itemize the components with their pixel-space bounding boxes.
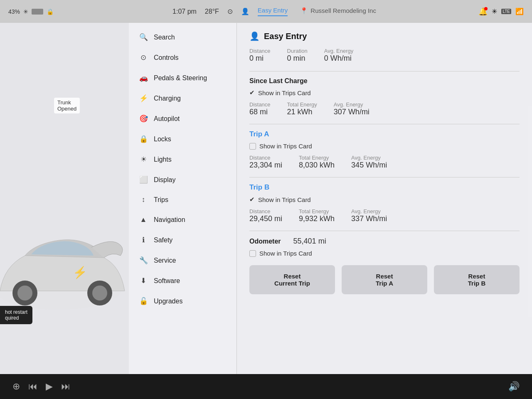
slc-energy-label: Total Energy	[287, 101, 317, 108]
tb-energy-value: 9,932 kWh	[299, 214, 335, 223]
reset-trip-b-label: ResetTrip B	[468, 273, 486, 287]
nav-item-pedals[interactable]: 🚗 Pedals & Steering	[129, 68, 236, 88]
nav-item-upgrades[interactable]: 🔓 Upgrades	[129, 291, 236, 311]
odometer-show-row[interactable]: Show in Trips Card	[249, 250, 520, 257]
current-energy-value: 0 Wh/mi	[324, 54, 354, 63]
tab-easy-entry[interactable]: Easy Entry	[258, 7, 288, 16]
tb-distance-value: 29,450 mi	[249, 214, 282, 223]
svg-point-2	[17, 286, 32, 300]
skip-forward-icon[interactable]: ⏭	[61, 381, 70, 392]
odometer-checkbox[interactable]	[249, 250, 256, 257]
lock-icon: 🔒	[47, 8, 54, 15]
volume-icon[interactable]: 🔊	[508, 381, 520, 392]
nav-item-search[interactable]: 🔍 Search	[129, 27, 236, 47]
add-icon[interactable]: ⊕	[12, 381, 20, 392]
current-distance-value: 0 mi	[249, 54, 271, 63]
nav-item-autopilot[interactable]: 🎯 Autopilot	[129, 108, 236, 129]
trip-b-checkmark: ✔	[249, 196, 255, 203]
trip-a-checkbox[interactable]	[249, 143, 256, 150]
since-last-charge-show-row[interactable]: ✔ Show in Trips Card	[249, 89, 520, 96]
signal-icon: 📶	[515, 7, 524, 15]
tab-easy-entry-label: Easy Entry	[258, 7, 288, 14]
skip-back-icon[interactable]: ⏮	[28, 381, 37, 392]
ta-avg-value: 345 Wh/mi	[351, 161, 387, 170]
nav-label-lights: Lights	[154, 156, 172, 163]
hot-restart-badge: hot restart quired	[0, 306, 32, 324]
since-last-charge-stats: Distance 68 mi Total Energy 21 kWh Avg. …	[249, 101, 520, 116]
nav-item-controls[interactable]: ⊙ Controls	[129, 47, 236, 68]
notification-icon[interactable]: 🔔	[478, 7, 488, 16]
nav-item-display[interactable]: ⬜ Display	[129, 170, 236, 190]
content-header: 👤 Easy Entry	[249, 31, 520, 41]
nav-item-lights[interactable]: ☀ Lights	[129, 149, 236, 170]
gps-icon: ⊙	[227, 7, 233, 15]
search-icon: 🔍	[139, 33, 148, 42]
play-icon[interactable]: ▶	[46, 381, 53, 392]
nav-label-upgrades: Upgrades	[154, 298, 182, 305]
slc-avg-col: Avg. Energy 307 Wh/mi	[334, 101, 369, 116]
slc-avg-value: 307 Wh/mi	[334, 108, 369, 116]
ta-avg-col: Avg. Energy 345 Wh/mi	[351, 155, 387, 170]
reset-buttons: ResetCurrent Trip ResetTrip A ResetTrip …	[249, 265, 520, 294]
map-icon: 📍	[300, 7, 308, 15]
status-right: 🔔 ✳ LTE 📶	[449, 7, 524, 16]
profile-icon: 👤	[241, 7, 249, 15]
temperature-display: 28°F	[205, 8, 219, 15]
ta-distance-label: Distance	[249, 155, 282, 161]
divider-4	[249, 231, 520, 231]
trip-b-heading[interactable]: Trip B	[249, 183, 520, 192]
bluetooth-icon: ✳	[23, 8, 28, 15]
nav-label-pedals: Pedals & Steering	[154, 74, 207, 82]
content-area: 👤 Easy Entry Distance 0 mi Duration 0 mi…	[237, 23, 532, 374]
trip-a-show-row[interactable]: Show in Trips Card	[249, 143, 520, 150]
reset-current-trip-button[interactable]: ResetCurrent Trip	[249, 265, 335, 294]
controls-icon: ⊙	[139, 53, 148, 62]
slc-energy-value: 21 kWh	[287, 108, 317, 116]
ta-energy-label: Total Energy	[299, 155, 335, 161]
nav-item-software[interactable]: ⬇ Software	[129, 271, 236, 291]
reset-current-trip-label: ResetCurrent Trip	[274, 273, 310, 287]
reset-trip-b-button[interactable]: ResetTrip B	[434, 265, 520, 294]
since-last-charge-show-label: Show in Trips Card	[258, 89, 311, 96]
odometer-value: 55,401 mi	[293, 237, 326, 246]
safety-icon: ℹ	[139, 236, 148, 244]
reset-trip-a-button[interactable]: ResetTrip A	[342, 265, 427, 294]
nav-item-navigation[interactable]: ▲ Navigation	[129, 210, 236, 230]
tb-energy-col: Total Energy 9,932 kWh	[299, 208, 335, 223]
ta-distance-value: 23,304 mi	[249, 161, 282, 170]
software-icon: ⬇	[139, 276, 148, 285]
car-area: ⚡ Trunk Opened hot restart quired	[0, 23, 129, 374]
nav-item-locks[interactable]: 🔒 Locks	[129, 129, 236, 149]
tab-russell[interactable]: 📍 Russell Remodeling Inc	[300, 7, 376, 16]
current-trip-meta: Distance 0 mi Duration 0 min Avg. Energy…	[249, 48, 520, 63]
since-last-charge-title: Since Last Charge	[249, 77, 520, 85]
trip-a-heading[interactable]: Trip A	[249, 130, 520, 138]
service-icon: 🔧	[139, 256, 148, 265]
divider-3	[249, 177, 520, 177]
trip-b-show-row[interactable]: ✔ Show in Trips Card	[249, 196, 520, 203]
nav-item-safety[interactable]: ℹ Safety	[129, 230, 236, 250]
current-distance-col: Distance 0 mi	[249, 48, 271, 63]
nav-item-service[interactable]: 🔧 Service	[129, 250, 236, 271]
charging-icon: ⚡	[139, 94, 148, 103]
trips-icon: ↕	[139, 196, 148, 204]
status-bar: 43% ✳ 🔒 1:07 pm 28°F ⊙ 👤 Easy Entry 📍 Ru…	[0, 0, 532, 23]
current-distance-label: Distance	[249, 48, 271, 54]
tb-avg-value: 337 Wh/mi	[351, 214, 387, 223]
tb-distance-col: Distance 29,450 mi	[249, 208, 282, 223]
nav-label-software: Software	[154, 277, 180, 285]
divider-1	[249, 71, 520, 71]
svg-text:⚡: ⚡	[73, 266, 87, 279]
since-last-charge-checkmark: ✔	[249, 89, 255, 96]
nav-label-charging: Charging	[154, 95, 181, 102]
nav-label-safety: Safety	[154, 236, 172, 244]
time-display: 1:07 pm	[172, 8, 197, 15]
ta-energy-value: 8,030 kWh	[299, 161, 335, 170]
nav-item-trips[interactable]: ↕ Trips	[129, 190, 236, 210]
bluetooth-status-icon: ✳	[492, 7, 497, 15]
nav-label-service: Service	[154, 257, 176, 264]
nav-label-autopilot: Autopilot	[154, 115, 180, 123]
nav-label-controls: Controls	[154, 54, 179, 62]
slc-energy-col: Total Energy 21 kWh	[287, 101, 317, 116]
nav-item-charging[interactable]: ⚡ Charging	[129, 88, 236, 108]
